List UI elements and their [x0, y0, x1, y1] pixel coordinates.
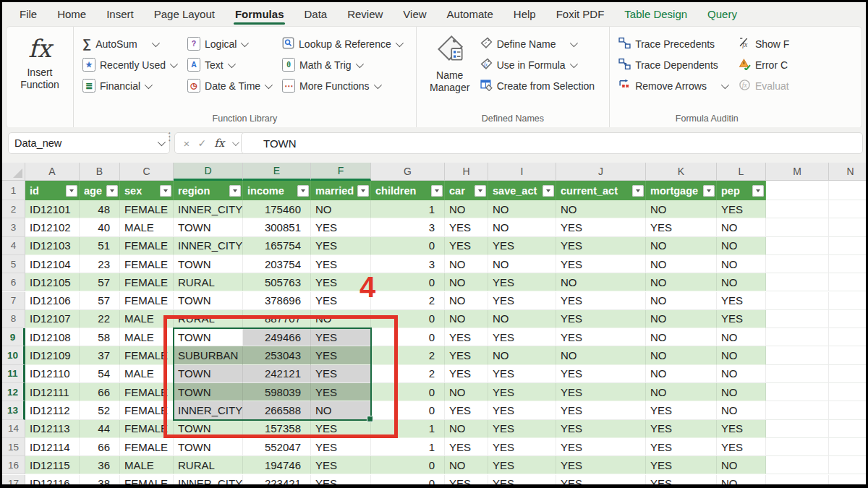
cell-B6[interactable]: 57: [80, 273, 120, 291]
cell-M4[interactable]: [766, 237, 829, 255]
cell-A2[interactable]: ID12101: [25, 200, 80, 218]
cell-A8[interactable]: ID12107: [25, 310, 80, 328]
row-header-2[interactable]: 2: [2, 200, 25, 218]
cell-L6[interactable]: NO: [717, 273, 766, 291]
cell-L4[interactable]: NO: [717, 237, 766, 255]
filter-dropdown-button[interactable]: [160, 185, 171, 197]
recently-used-button[interactable]: ★Recently Used: [82, 58, 176, 72]
cell-C11[interactable]: MALE: [120, 365, 174, 383]
cell-N16[interactable]: [829, 456, 866, 474]
cell-I3[interactable]: NO: [488, 218, 556, 236]
row-header-8[interactable]: 8: [2, 310, 25, 328]
cell-H4[interactable]: YES: [445, 237, 488, 255]
cell-C13[interactable]: FEMALE: [120, 401, 174, 419]
cell-B10[interactable]: 37: [80, 346, 120, 364]
column-header-d[interactable]: D: [174, 163, 243, 181]
cell-G8[interactable]: 0: [371, 310, 445, 328]
column-header-b[interactable]: B: [80, 163, 120, 181]
cell-K12[interactable]: NO: [646, 383, 717, 401]
cell-J6[interactable]: NO: [556, 273, 646, 291]
logical-button[interactable]: ?Logical: [187, 37, 271, 51]
cell-A17[interactable]: ID12116: [25, 475, 80, 485]
column-header-i[interactable]: I: [488, 163, 556, 181]
cell-L10[interactable]: NO: [717, 346, 766, 364]
cell-E12[interactable]: 598039: [243, 383, 311, 401]
cell-A15[interactable]: ID12114: [25, 438, 80, 456]
cell-K13[interactable]: YES: [646, 401, 717, 419]
cell-H13[interactable]: YES: [445, 401, 488, 419]
cell-L7[interactable]: YES: [717, 292, 766, 310]
row-header-13[interactable]: 13: [2, 401, 25, 419]
cell-B5[interactable]: 23: [80, 255, 120, 273]
cell-M5[interactable]: [766, 255, 829, 273]
cell-I12[interactable]: YES: [488, 383, 556, 401]
cell-J16[interactable]: YES: [556, 456, 646, 474]
cell-D13[interactable]: INNER_CITY: [174, 401, 243, 419]
cell-F5[interactable]: YES: [311, 255, 371, 273]
cell-F16[interactable]: YES: [311, 456, 371, 474]
cell-I6[interactable]: YES: [488, 273, 556, 291]
cell-N2[interactable]: [829, 200, 866, 218]
cell-H11[interactable]: YES: [445, 365, 488, 383]
cell-C6[interactable]: FEMALE: [120, 273, 174, 291]
cell-L9[interactable]: NO: [717, 328, 766, 346]
cell-I8[interactable]: NO: [488, 310, 556, 328]
use-in-formula-button[interactable]: fxUse in Formula: [480, 58, 595, 72]
cell-N7[interactable]: [829, 292, 866, 310]
cell-N10[interactable]: [829, 346, 866, 364]
cell-F15[interactable]: YES: [311, 438, 371, 456]
cell-E4[interactable]: 165754: [243, 237, 311, 255]
row-header-15[interactable]: 15: [2, 438, 25, 456]
row-header-7[interactable]: 7: [2, 292, 25, 310]
chevron-down-icon[interactable]: [569, 59, 577, 67]
cell-D11[interactable]: TOWN: [174, 365, 243, 383]
create-from-selection-button[interactable]: Create from Selection: [480, 79, 595, 93]
tab-data[interactable]: Data: [294, 2, 337, 26]
cell-H6[interactable]: NO: [445, 273, 488, 291]
cell-I14[interactable]: YES: [488, 420, 556, 438]
cell-K15[interactable]: YES: [646, 438, 717, 456]
cell-M10[interactable]: [766, 346, 829, 364]
cell-M11[interactable]: [766, 365, 829, 383]
cell-D10[interactable]: SUBURBAN: [174, 346, 243, 364]
cell-J3[interactable]: YES: [556, 218, 646, 236]
cell-E8[interactable]: 887707: [243, 310, 311, 328]
filter-dropdown-button[interactable]: [703, 185, 715, 197]
cell-E15[interactable]: 552047: [243, 438, 311, 456]
cell-I5[interactable]: NO: [488, 255, 556, 273]
cell-F2[interactable]: NO: [311, 200, 371, 218]
cell-B7[interactable]: 57: [80, 292, 120, 310]
cell-N3[interactable]: [829, 218, 866, 236]
cell-F7[interactable]: YES: [311, 292, 371, 310]
cell-J2[interactable]: NO: [556, 200, 646, 218]
empty-cell[interactable]: [829, 181, 866, 200]
cell-B8[interactable]: 22: [80, 310, 120, 328]
cell-G9[interactable]: 0: [371, 328, 445, 346]
chevron-down-icon[interactable]: [151, 38, 159, 46]
cell-M12[interactable]: [766, 383, 829, 401]
cell-A7[interactable]: ID12106: [25, 292, 80, 310]
filter-dropdown-button[interactable]: [297, 185, 309, 197]
row-header-9[interactable]: 9: [2, 328, 25, 346]
cell-A9[interactable]: ID12108: [25, 328, 80, 346]
column-header-a[interactable]: A: [25, 163, 80, 181]
cell-J7[interactable]: YES: [556, 292, 646, 310]
cell-J15[interactable]: YES: [556, 438, 646, 456]
cell-D14[interactable]: TOWN: [174, 420, 243, 438]
column-header-n[interactable]: N: [829, 163, 866, 181]
row-header-4[interactable]: 4: [2, 237, 25, 255]
cell-M6[interactable]: [766, 273, 829, 291]
filter-dropdown-button[interactable]: [66, 185, 77, 197]
cell-B4[interactable]: 51: [80, 237, 120, 255]
cell-A14[interactable]: ID12113: [25, 420, 80, 438]
financial-button[interactable]: ≣Financial: [82, 79, 176, 93]
cell-G5[interactable]: 3: [371, 255, 445, 273]
confirm-entry-icon[interactable]: ✓: [197, 137, 206, 149]
cell-E2[interactable]: 175460: [243, 200, 311, 218]
cell-B17[interactable]: 38: [80, 475, 120, 485]
filter-dropdown-button[interactable]: [229, 185, 241, 197]
cell-E9[interactable]: 249466: [243, 328, 311, 346]
column-header-m[interactable]: M: [766, 163, 829, 181]
cell-D5[interactable]: TOWN: [174, 255, 243, 273]
cell-H17[interactable]: YES: [445, 475, 488, 485]
